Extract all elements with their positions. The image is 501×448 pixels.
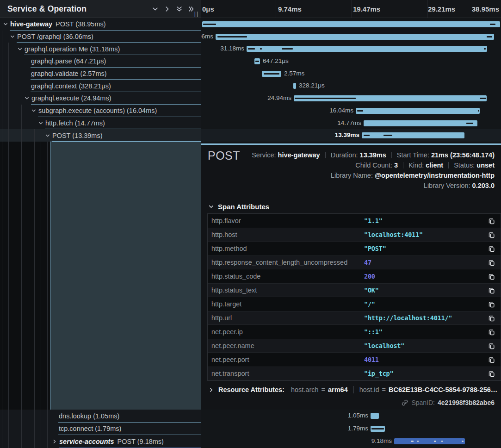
span-tree-row[interactable]: dns.lookup (1.05ms) [0, 410, 201, 423]
copy-button[interactable] [486, 370, 495, 377]
copy-button[interactable] [486, 259, 495, 266]
span-row: http.fetch (14.77ms)14.77ms [0, 117, 501, 130]
attribute-row: http.status_text"OK" [208, 283, 501, 297]
span-bar-row[interactable]: 2.57ms [201, 68, 501, 80]
span-bar-row[interactable]: 647.21μs [201, 55, 501, 68]
span-row: dns.lookup (1.05ms)1.05ms [0, 410, 501, 423]
chevron-down-icon[interactable] [10, 34, 15, 39]
copy-button[interactable] [486, 329, 495, 336]
collapse-all-button[interactable] [173, 3, 185, 15]
span-bar[interactable] [364, 120, 477, 126]
chevron-down-icon[interactable] [31, 108, 37, 113]
span-tree-row[interactable]: service-accountsPOST (9.18ms) [0, 435, 201, 448]
copy-button[interactable] [486, 315, 495, 322]
child-span-tick [260, 48, 262, 50]
chevron-down-icon[interactable] [38, 121, 43, 125]
attribute-value: "http://localhost:4011/" [364, 314, 486, 322]
span-bar[interactable] [356, 108, 480, 114]
span-tree-row[interactable]: graphql.validate (2.57ms) [0, 68, 201, 80]
attribute-value: "::1" [364, 328, 486, 336]
copy-button[interactable] [486, 342, 495, 349]
attribute-row: http.response_content_length_uncompresse… [208, 255, 501, 269]
resource-attributes-title[interactable]: Resource Attributes: [218, 386, 285, 393]
copy-button[interactable] [486, 301, 495, 308]
span-bar-row[interactable]: 1.79ms [201, 423, 501, 436]
trace-viewer: Service & Operation || 0μs9.74ms19.47ms2… [0, 0, 501, 448]
copy-button[interactable] [486, 218, 495, 224]
span-bar-row[interactable]: 38.95ms [201, 18, 501, 31]
child-span-tick [255, 61, 259, 62]
span-bar-row[interactable]: 328.21μs [201, 80, 501, 92]
span-tree-row[interactable]: graphql.context (328.21μs) [0, 80, 201, 92]
timeline-tick-label: 0μs [202, 5, 214, 13]
chevron-down-icon[interactable] [3, 22, 8, 26]
chevron-right-icon[interactable] [52, 439, 57, 444]
copy-button[interactable] [486, 231, 495, 238]
child-span-tick [434, 441, 436, 442]
span-bar[interactable] [216, 34, 494, 40]
span-bar-row[interactable]: 16.04ms [201, 105, 501, 117]
attribute-value: "POST" [364, 245, 486, 252]
attribute-key: http.response_content_length_uncompresse… [211, 259, 364, 266]
operation-name: graphql.context (328.21μs) [31, 82, 111, 90]
span-bar-row[interactable]: 31.18ms [201, 43, 501, 55]
span-tree-row[interactable]: tcp.connect (1.79ms) [0, 423, 201, 436]
span-bar-row[interactable]: 14.77ms [201, 117, 501, 130]
span-bar[interactable] [293, 83, 296, 89]
span-tree-row[interactable]: http.fetch (14.77ms) [0, 117, 201, 130]
span-bar[interactable] [362, 132, 464, 138]
copy-button[interactable] [486, 287, 495, 294]
chevron-down-icon[interactable] [45, 133, 50, 138]
span-tree-row[interactable]: subgraph.execute (accounts) (16.04ms) [0, 105, 201, 117]
child-span-tick [484, 48, 486, 50]
indent-guide [21, 105, 22, 448]
span-tree-row[interactable]: hive-gatewayPOST (38.95ms) [0, 18, 201, 31]
span-tree-row[interactable]: POST /graphql (36.06ms) [0, 31, 201, 43]
span-bar[interactable] [247, 46, 487, 52]
copy-button[interactable] [486, 356, 495, 363]
span-tree-row[interactable]: graphql.execute (24.94ms) [0, 92, 201, 105]
copy-button[interactable] [486, 245, 495, 252]
overview-value: 13.39ms [360, 151, 386, 159]
copy-button[interactable] [486, 273, 495, 280]
chevron-down-icon[interactable] [17, 47, 23, 51]
overview-label: Library Name: [331, 172, 375, 179]
span-row: POST /graphql (36.06ms)36.06ms [0, 31, 501, 43]
span-bar[interactable] [371, 413, 379, 419]
attribute-value: "localhost:4011" [364, 231, 486, 238]
child-span-tick [466, 123, 473, 124]
chevron-down-icon[interactable] [24, 96, 30, 100]
span-bar-row[interactable]: 13.39ms [201, 129, 501, 142]
selected-span-detail-spacer [50, 142, 201, 410]
span-duration-label: 1.05ms [348, 412, 368, 419]
expand-one-button[interactable] [161, 3, 173, 15]
span-bar-row[interactable]: 36.06ms [201, 31, 501, 43]
span-bar[interactable] [394, 438, 465, 444]
span-bar[interactable] [371, 426, 385, 432]
span-duration-label: 16.04ms [329, 107, 353, 114]
span-duration-label: 13.39ms [335, 131, 359, 138]
child-span-tick [478, 110, 479, 112]
panel-splitter[interactable] [201, 0, 201, 448]
span-tree-row[interactable]: POST (13.39ms) [0, 129, 201, 142]
column-resize-handle[interactable]: || [194, 11, 199, 17]
span-bar-row[interactable]: 9.18ms [201, 435, 501, 448]
span-tree-row[interactable]: graphql.operation Me (31.18ms) [0, 43, 201, 55]
span-bar-row[interactable]: 1.05ms [201, 410, 501, 423]
span-row: subgraph.execute (accounts) (16.04ms)16.… [0, 105, 501, 117]
span-id-row: SpanID: 4e21998f3b82abe6 [402, 399, 495, 406]
span-bar-row[interactable]: 24.94ms [201, 92, 501, 105]
copy-icon [488, 218, 495, 224]
overview-line: Service: hive-gatewayDuration: 13.39msSt… [252, 150, 495, 160]
span-attributes-toggle[interactable]: Span Attributes [208, 203, 269, 211]
span-bar[interactable] [294, 95, 487, 101]
span-bar[interactable] [202, 21, 500, 27]
chevron-right-icon[interactable] [208, 387, 218, 393]
double-chevron-down-icon [176, 6, 183, 12]
span-bar[interactable] [262, 71, 281, 77]
span-attributes-title: Span Attributes [218, 203, 269, 211]
overview-value: 3 [394, 162, 398, 169]
span-tree-row[interactable]: graphql.parse (647.21μs) [0, 55, 201, 68]
span-bar[interactable] [254, 58, 260, 64]
collapse-one-button[interactable] [149, 3, 161, 15]
